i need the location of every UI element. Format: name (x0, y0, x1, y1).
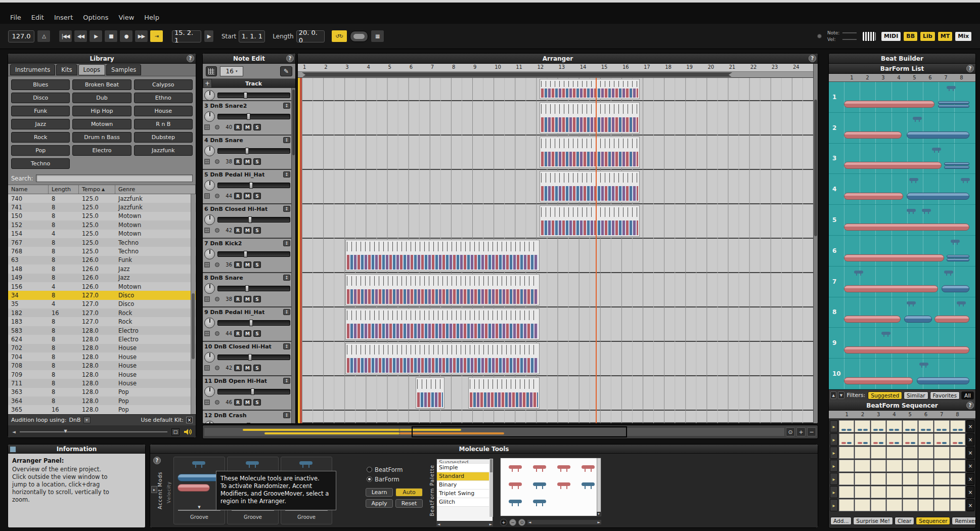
sequencer-cell[interactable] (903, 486, 918, 498)
sequencer-cell[interactable] (871, 460, 886, 472)
loop-row[interactable]: 354127.0Disco (8, 300, 196, 308)
loop-row[interactable]: 7678125.0Techno (8, 238, 196, 247)
track-knob[interactable] (204, 318, 215, 328)
sequencer-cell[interactable] (871, 433, 886, 446)
track-solo-button[interactable]: S (253, 296, 261, 302)
radio-option-barform[interactable]: BarForm (367, 474, 403, 484)
genre-disco[interactable]: Disco (11, 93, 70, 103)
palette-scroll-left-icon[interactable]: ◄ (437, 522, 440, 526)
arranger-scrollbar-thumb[interactable] (814, 100, 817, 236)
loop-row[interactable]: 1508125.0Motown (8, 212, 196, 220)
barform-row[interactable]: 3 (829, 144, 975, 174)
follow-playhead-button[interactable]: ⇥ (150, 30, 163, 42)
track-solo-button[interactable]: S (253, 261, 261, 268)
sequencer-cell[interactable] (918, 473, 933, 485)
filter-suggested[interactable]: Suggested (868, 391, 902, 400)
sequencer-cell[interactable] (934, 460, 949, 472)
track-volume-slider[interactable] (217, 389, 290, 394)
audition-slider-handle[interactable]: ▼ (64, 429, 67, 433)
genre-funk[interactable]: Funk (11, 106, 70, 116)
sequencer-cell[interactable] (871, 447, 886, 459)
sequencer-row-play-button[interactable]: ▸ (830, 460, 838, 472)
column-header-genre[interactable]: Genre (115, 185, 196, 194)
pattern-area[interactable]: ▼ (500, 458, 601, 516)
sequencer-cell[interactable] (950, 447, 965, 459)
palette-scroll-right-icon[interactable]: ► (489, 522, 492, 526)
track-record-button[interactable]: R (234, 193, 242, 199)
track-volume-slider[interactable] (217, 148, 290, 154)
loop-button[interactable]: ↺↻ (331, 30, 347, 42)
track-grid-icon[interactable] (204, 124, 210, 130)
loop-row[interactable]: 7048128.0House (8, 352, 196, 361)
default-kit-checkbox[interactable]: × (186, 417, 193, 423)
barform-row[interactable]: 7 (829, 267, 975, 297)
zoom-out-button[interactable]: − (807, 427, 816, 436)
track-record-button[interactable]: R (234, 124, 242, 130)
sequencer-cell[interactable] (950, 420, 965, 432)
genre-rock[interactable]: Rock (11, 132, 70, 143)
track-knob[interactable] (204, 352, 215, 363)
arranger-track-lane[interactable] (298, 376, 813, 411)
sequencer-cell[interactable] (934, 473, 949, 485)
sequencer-cell[interactable] (950, 486, 965, 498)
sequencer-row-play-button[interactable]: ▸ (830, 433, 838, 446)
tempo-display[interactable]: 127.0 (8, 30, 34, 42)
sequencer-cell[interactable] (918, 420, 933, 432)
loop-row[interactable]: 7118128.0House (8, 379, 196, 387)
tab-instruments[interactable]: Instruments (10, 64, 55, 75)
tab-kits[interactable]: Kits (56, 64, 77, 75)
sequencer-cell[interactable] (886, 473, 902, 485)
tab-loops[interactable]: Loops (78, 64, 106, 75)
zoom-in-button[interactable]: + (796, 427, 806, 436)
audition-kit-dropdown-icon[interactable]: ▾ (83, 417, 91, 423)
genre-r-n-b[interactable]: R n B (134, 119, 193, 129)
loop-row[interactable]: 7028128.0House (8, 344, 196, 352)
sequencer-row-remove-button[interactable]: × (966, 486, 974, 498)
track-solo-button[interactable]: S (253, 193, 261, 199)
sequencer-cell[interactable] (918, 447, 933, 459)
search-input[interactable] (36, 174, 193, 182)
menu-item-view[interactable]: View (113, 12, 139, 23)
track-mute-button[interactable]: M (244, 158, 251, 165)
track-grid-icon[interactable] (204, 296, 210, 302)
timeline-overview-strip[interactable]: ⊙+− (202, 425, 818, 439)
sequencer-cell[interactable] (886, 433, 902, 446)
sequencer-cell[interactable] (855, 433, 870, 446)
track-output-icon[interactable]: ↕ (283, 240, 290, 246)
sequencer-cell[interactable] (839, 433, 854, 446)
track-grid-icon[interactable] (204, 159, 210, 164)
toggle-midi[interactable]: MIDI (881, 31, 901, 41)
track-grid-icon[interactable] (204, 331, 210, 336)
track-grid-icon[interactable] (204, 228, 210, 233)
sequencer-row-play-button[interactable]: ▸ (830, 420, 838, 432)
pattern-clip[interactable] (540, 79, 640, 99)
track-volume-slider[interactable] (217, 286, 290, 291)
sequencer-cell[interactable] (886, 447, 902, 459)
sequencer-cell[interactable] (871, 420, 886, 432)
palette-item-suggested[interactable]: Suggested (437, 459, 489, 464)
palette-item-glitch[interactable]: Glitch (437, 498, 489, 507)
genre-blues[interactable]: Blues (11, 79, 70, 90)
loop-row[interactable]: 348127.0Disco (8, 291, 196, 299)
button-auto[interactable]: Auto (395, 488, 423, 497)
sequencer-row-remove-button[interactable]: × (966, 433, 974, 446)
fast-forward-button[interactable]: ▶▶ (135, 30, 148, 42)
sequencer-cell[interactable] (903, 499, 918, 511)
audition-speaker-icon[interactable] (184, 428, 192, 435)
column-header-tempo[interactable]: Tempo▲ (79, 185, 115, 194)
rewind-button[interactable]: ◀◀ (74, 30, 87, 42)
filter-favorites[interactable]: Favorites (930, 391, 960, 400)
track-output-icon[interactable]: ↕ (283, 206, 290, 212)
menu-item-insert[interactable]: Insert (49, 12, 78, 23)
toggle-lib[interactable]: Lib (920, 31, 936, 41)
skip-to-start-button[interactable]: |◀◀ (59, 30, 72, 42)
track-solo-button[interactable]: S (253, 399, 261, 406)
tab-samples[interactable]: Samples (106, 64, 141, 75)
toggle-mix[interactable]: Mix (955, 31, 972, 41)
track-knob[interactable] (204, 249, 215, 259)
pattern-remove-button[interactable]: − (509, 519, 516, 526)
track-record-button[interactable]: R (234, 158, 242, 165)
piano-roll-toggle[interactable] (862, 31, 876, 41)
palette-item-simple[interactable]: Simple (437, 464, 489, 472)
filter-all[interactable]: All (961, 391, 974, 400)
